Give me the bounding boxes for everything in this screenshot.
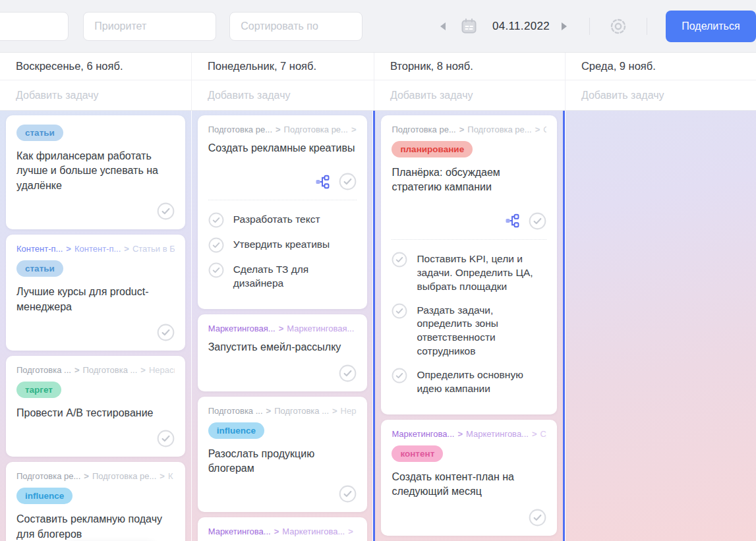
tag-row: статьи — [16, 125, 175, 141]
day-column: Подготовка ре...>Подготовка ре...>В ...С… — [191, 111, 374, 541]
breadcrumb-item[interactable]: Нерасп... — [149, 365, 175, 375]
calendar-icon[interactable] — [460, 17, 478, 35]
tag-row: статьи — [16, 260, 175, 277]
day-headers-row: Воскресенье, 6 нояб.Понедельник, 7 нояб.… — [0, 53, 756, 80]
breadcrumb-item[interactable]: К р... — [357, 527, 357, 536]
tag-row: influence — [16, 488, 175, 504]
check-circle-icon[interactable] — [208, 237, 224, 253]
task-card[interactable]: Подготовка ре...>Подготовка ре...>К ...i… — [6, 462, 185, 541]
filter-sort-by[interactable]: Сортировать по — [229, 12, 363, 41]
breadcrumb-item[interactable]: Маркетинговая... — [208, 324, 276, 333]
breadcrumb-separator: > — [279, 324, 284, 333]
breadcrumb: Подготовка ...>Подготовка ...>Нерас... — [208, 406, 357, 416]
breadcrumb-separator: > — [84, 471, 89, 481]
check-circle-icon[interactable] — [208, 212, 224, 228]
task-card[interactable]: Подготовка ре...>Подготовка ре...>В ...С… — [198, 115, 368, 309]
subtask-title: Сделать ТЗ для дизайнера — [233, 262, 357, 291]
tag-badge: планирование — [392, 141, 473, 157]
tag-badge: статьи — [16, 125, 63, 141]
check-circle-icon[interactable] — [208, 262, 224, 278]
subtask-row[interactable]: Определить основную идею кампании — [392, 368, 546, 396]
check-circle-icon[interactable] — [529, 212, 546, 230]
breadcrumb-item[interactable]: Контент-п... — [74, 244, 121, 254]
breadcrumb-item[interactable]: Подготовка ре... — [467, 125, 531, 134]
task-card[interactable]: Контент-п...>Контент-п...>Статьи в Б...с… — [6, 235, 185, 351]
current-date[interactable]: 04.11.2022 — [492, 20, 550, 33]
task-card[interactable]: Подготовка ре...>Подготовка ре...>Сд...п… — [381, 115, 557, 414]
subtask-row[interactable]: Разработать текст — [208, 212, 357, 228]
subtask-row[interactable]: Утвердить креативы — [208, 237, 357, 253]
subtask-row[interactable]: Поставить KPI, цели и задачи. Определить… — [392, 252, 546, 294]
tag-badge: статьи — [16, 260, 63, 277]
breadcrumb-item[interactable]: Подготовка ре... — [208, 125, 272, 134]
subtask-row[interactable]: Сделать ТЗ для дизайнера — [208, 262, 357, 291]
breadcrumb-item[interactable]: Сд... — [543, 125, 546, 134]
share-button[interactable]: Поделиться — [666, 11, 756, 42]
task-title: Создать рекламные креативы — [208, 141, 357, 156]
task-footer — [208, 476, 357, 503]
check-circle-icon[interactable] — [339, 485, 357, 503]
task-card[interactable]: Маркетинговая...>Маркетинговая...>И...За… — [198, 314, 368, 391]
task-card[interactable]: Подготовка ...>Подготовка ...>Нерасп...т… — [6, 356, 185, 457]
task-title: Разослать продукцию блогерам — [208, 447, 357, 476]
filter-box-first[interactable] — [0, 12, 69, 41]
breadcrumb-separator: > — [160, 471, 165, 481]
check-circle-icon[interactable] — [157, 430, 175, 447]
breadcrumb-item[interactable]: Подготовка ... — [16, 365, 71, 375]
subtask-title: Разработать текст — [233, 212, 320, 227]
check-circle-icon[interactable] — [392, 252, 407, 268]
board: статьиКак фрилансерам работать лучше и б… — [0, 111, 756, 541]
add-task-button[interactable]: Добавить задачу — [565, 80, 756, 110]
check-circle-icon[interactable] — [157, 202, 175, 220]
task-title: Как фрилансерам работать лучше и больше … — [16, 149, 175, 193]
breadcrumb: Подготовка ...>Подготовка ...>Нерасп... — [16, 365, 175, 375]
check-circle-icon[interactable] — [157, 324, 175, 341]
date-navigation: 04.11.2022 — [436, 17, 571, 35]
task-card[interactable]: Подготовка ...>Подготовка ...>Нерас...in… — [198, 397, 368, 513]
check-circle-icon[interactable] — [392, 368, 407, 384]
add-task-button[interactable]: Добавить задачу — [191, 80, 374, 110]
breadcrumb-item[interactable]: К ... — [168, 471, 175, 481]
check-circle-icon[interactable] — [392, 303, 407, 319]
breadcrumb-item[interactable]: Подготовка ре... — [284, 125, 348, 134]
breadcrumb-item[interactable]: Маркетингова... — [208, 527, 271, 536]
filter-priority[interactable]: Приоритет — [83, 12, 216, 41]
breadcrumb-item[interactable]: Сде... — [540, 429, 547, 439]
settings-gear-icon[interactable] — [608, 16, 628, 36]
breadcrumb-item[interactable]: Маркетингова... — [392, 429, 454, 439]
breadcrumb-item[interactable]: Контент-п... — [16, 244, 63, 254]
breadcrumb: Маркетингова...>Маркетингова...>К р... — [208, 527, 357, 536]
task-card[interactable]: Маркетингова...>Маркетингова...>К р...Ра… — [198, 517, 368, 541]
task-card[interactable]: Маркетингова...>Маркетингова...>Сде...ко… — [381, 420, 557, 536]
tag-badge: контент — [392, 445, 443, 462]
task-title: Запустить емейл-рассылку — [208, 340, 357, 355]
breadcrumb-separator: > — [266, 406, 272, 416]
breadcrumb-separator: > — [532, 429, 537, 439]
breadcrumb-item[interactable]: Подготовка ре... — [392, 125, 455, 134]
breadcrumb-item[interactable]: Статьи в Б... — [132, 244, 175, 254]
breadcrumb-item[interactable]: Подготовка ... — [82, 365, 137, 375]
breadcrumb-item[interactable]: Подготовка ре... — [16, 471, 80, 481]
prev-day-icon[interactable] — [436, 18, 450, 34]
add-task-button[interactable]: Добавить задачу — [0, 80, 191, 110]
breadcrumb-item[interactable]: Маркетингова... — [282, 527, 345, 536]
task-card[interactable]: статьиКак фрилансерам работать лучше и б… — [6, 115, 185, 229]
breadcrumb-item[interactable]: Подготовка ре... — [92, 471, 156, 481]
subtask-title: Раздать задачи, определить зоны ответств… — [417, 303, 546, 359]
check-circle-icon[interactable] — [339, 173, 357, 190]
breadcrumb-separator: > — [66, 244, 71, 254]
topbar-divider — [647, 18, 647, 35]
day-column — [565, 111, 756, 541]
tag-row: контент — [392, 445, 546, 462]
subtask-title: Утвердить креативы — [233, 237, 330, 252]
check-circle-icon[interactable] — [529, 509, 546, 527]
breadcrumb-item[interactable]: Подготовка ... — [274, 406, 329, 416]
breadcrumb-item[interactable]: Маркетингова... — [466, 429, 529, 439]
breadcrumb-item[interactable]: Нерас... — [341, 406, 357, 416]
breadcrumb-item[interactable]: Подготовка ... — [208, 406, 263, 416]
check-circle-icon[interactable] — [339, 364, 357, 382]
add-task-button[interactable]: Добавить задачу — [374, 80, 565, 110]
next-day-icon[interactable] — [558, 18, 571, 34]
subtask-row[interactable]: Раздать задачи, определить зоны ответств… — [392, 303, 546, 359]
breadcrumb-item[interactable]: Маркетинговая... — [287, 324, 354, 333]
